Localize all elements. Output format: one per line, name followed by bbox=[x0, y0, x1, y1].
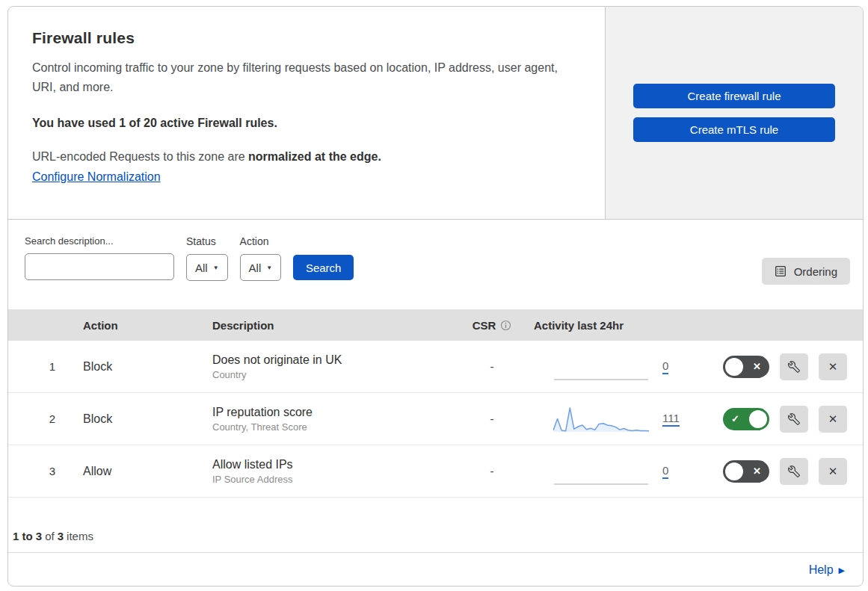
create-firewall-rule-button[interactable]: Create firewall rule bbox=[633, 84, 835, 108]
edit-rule-button[interactable] bbox=[780, 406, 808, 433]
rule-fields: IP Source Address bbox=[212, 474, 458, 485]
rule-description-cell: Allow listed IPs IP Source Address bbox=[212, 458, 458, 485]
activity-sparkline bbox=[553, 404, 649, 434]
wrench-icon bbox=[788, 465, 800, 477]
table-row: 1 Block Does not originate in UK Country… bbox=[8, 341, 863, 393]
help-link[interactable]: Help ▶ bbox=[809, 563, 845, 577]
toggle-knob bbox=[749, 410, 767, 428]
rule-csr-value: - bbox=[458, 360, 526, 373]
rule-controls: ✓ ✕ ✕ bbox=[722, 458, 863, 485]
search-box[interactable] bbox=[25, 253, 174, 280]
rule-enabled-toggle[interactable]: ✓ ✕ bbox=[723, 408, 769, 430]
activity-column-header: Activity last 24hr bbox=[526, 319, 722, 332]
rule-description: Allow listed IPs bbox=[212, 458, 458, 471]
filter-bar: Search description... Status All ▼ Actio… bbox=[8, 220, 863, 309]
rule-enabled-toggle[interactable]: ✓ ✕ bbox=[723, 356, 769, 378]
close-icon: ✕ bbox=[828, 412, 838, 426]
table-header: Action Description CSR Activity last 24h… bbox=[8, 309, 863, 341]
help-bar: Help ▶ bbox=[8, 553, 863, 587]
rule-csr-value: - bbox=[458, 465, 526, 477]
firewall-rules-card: Firewall rules Control incoming traffic … bbox=[7, 6, 864, 587]
activity-count-link[interactable]: 0 bbox=[662, 464, 668, 479]
action-label: Action bbox=[240, 235, 282, 247]
arrow-right-icon: ▶ bbox=[839, 566, 845, 575]
rule-priority: 2 bbox=[8, 412, 83, 425]
normalization-text: URL-encoded Requests to this zone are no… bbox=[32, 150, 587, 164]
close-icon: ✕ bbox=[828, 465, 838, 478]
wrench-icon bbox=[788, 413, 800, 425]
rule-enabled-toggle[interactable]: ✓ ✕ bbox=[723, 460, 769, 483]
create-mtls-rule-button[interactable]: Create mTLS rule bbox=[633, 117, 835, 142]
rule-description: Does not originate in UK bbox=[212, 353, 458, 367]
delete-rule-button[interactable]: ✕ bbox=[819, 458, 847, 485]
list-icon bbox=[775, 265, 787, 277]
usage-text: You have used 1 of 20 active Firewall ru… bbox=[32, 117, 587, 130]
ordering-button[interactable]: Ordering bbox=[762, 258, 850, 285]
status-dropdown[interactable]: All ▼ bbox=[186, 254, 228, 281]
search-group: Search description... bbox=[25, 235, 174, 280]
cross-icon: ✕ bbox=[753, 361, 761, 372]
search-button[interactable]: Search bbox=[293, 255, 354, 280]
toggle-knob bbox=[725, 462, 743, 480]
rule-action: Block bbox=[83, 412, 212, 426]
close-icon: ✕ bbox=[828, 360, 838, 374]
rule-description: IP reputation score bbox=[212, 406, 458, 419]
chevron-down-icon: ▼ bbox=[213, 264, 219, 271]
cross-icon: ✕ bbox=[753, 465, 761, 477]
action-column-header: Action bbox=[83, 319, 212, 332]
action-dropdown[interactable]: All ▼ bbox=[240, 254, 282, 281]
rule-fields: Country, Threat Score bbox=[212, 421, 458, 433]
rule-description-cell: IP reputation score Country, Threat Scor… bbox=[212, 406, 458, 433]
delete-rule-button[interactable]: ✕ bbox=[819, 406, 847, 433]
status-filter-group: Status All ▼ bbox=[186, 235, 228, 281]
rule-action: Allow bbox=[83, 465, 212, 478]
header-section: Firewall rules Control incoming traffic … bbox=[8, 7, 863, 220]
table-row: 2 Block IP reputation score Country, Thr… bbox=[8, 393, 863, 445]
check-icon: ✓ bbox=[731, 413, 739, 424]
rule-action: Block bbox=[83, 360, 212, 374]
rule-controls: ✓ ✕ ✕ bbox=[722, 406, 863, 433]
search-label: Search description... bbox=[25, 235, 174, 247]
action-filter-group: Action All ▼ bbox=[240, 235, 282, 281]
rule-priority: 3 bbox=[8, 465, 83, 477]
description-column-header: Description bbox=[212, 319, 458, 332]
intro-block: Firewall rules Control incoming traffic … bbox=[8, 7, 605, 219]
toggle-knob bbox=[725, 358, 743, 376]
page-description: Control incoming traffic to your zone by… bbox=[32, 58, 570, 97]
rule-activity-cell: 111 bbox=[526, 404, 722, 434]
rule-activity-cell: 0 bbox=[526, 457, 722, 486]
configure-normalization-link[interactable]: Configure Normalization bbox=[32, 170, 161, 183]
pagination-summary: 1 to 3 of 3 items bbox=[8, 498, 863, 553]
activity-sparkline bbox=[553, 352, 649, 382]
edit-rule-button[interactable] bbox=[780, 458, 808, 485]
rule-csr-value: - bbox=[458, 412, 526, 425]
edit-rule-button[interactable] bbox=[780, 353, 808, 380]
rule-controls: ✓ ✕ ✕ bbox=[722, 353, 863, 380]
status-label: Status bbox=[186, 235, 228, 247]
activity-count-link[interactable]: 111 bbox=[662, 412, 680, 427]
rule-fields: Country bbox=[212, 369, 458, 380]
page-title: Firewall rules bbox=[32, 29, 587, 47]
actions-panel: Create firewall rule Create mTLS rule bbox=[605, 7, 863, 219]
table-row: 3 Allow Allow listed IPs IP Source Addre… bbox=[8, 445, 863, 498]
rule-activity-cell: 0 bbox=[526, 352, 722, 382]
chevron-down-icon: ▼ bbox=[266, 264, 272, 271]
wrench-icon bbox=[788, 361, 800, 373]
search-input[interactable] bbox=[36, 261, 171, 273]
info-icon[interactable] bbox=[500, 320, 511, 331]
activity-count-link[interactable]: 0 bbox=[662, 359, 668, 374]
rule-priority: 1 bbox=[8, 360, 83, 373]
delete-rule-button[interactable]: ✕ bbox=[819, 353, 847, 380]
activity-sparkline bbox=[553, 457, 649, 486]
rule-description-cell: Does not originate in UK Country bbox=[212, 353, 458, 380]
csr-column-header: CSR bbox=[458, 319, 526, 332]
